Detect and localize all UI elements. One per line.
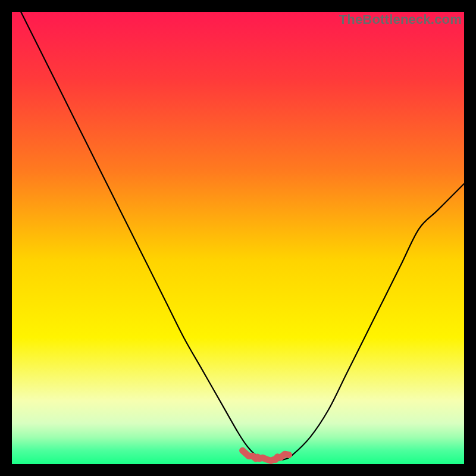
bottleneck-curve [21, 12, 464, 460]
plot-area: TheBottleneck.com [12, 12, 464, 464]
curve-layer [12, 12, 464, 464]
chart-frame: TheBottleneck.com [0, 0, 476, 476]
watermark-text: TheBottleneck.com [339, 12, 462, 27]
optimal-range-marker [243, 450, 289, 461]
